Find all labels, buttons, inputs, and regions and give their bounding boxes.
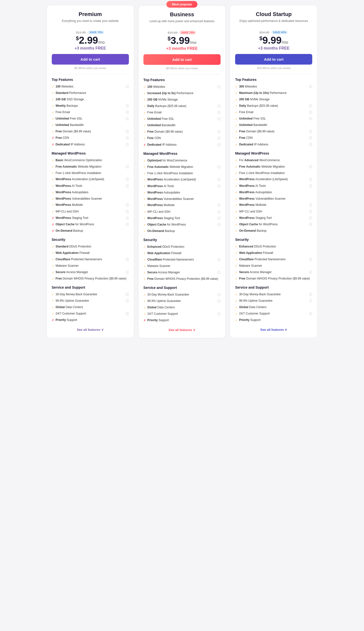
feature-item: ✓ Secure Access Manager ⓘ xyxy=(235,269,312,276)
original-price: $24.99 xyxy=(260,30,269,34)
info-icon[interactable]: ⓘ xyxy=(126,165,129,169)
info-icon[interactable]: ⓘ xyxy=(309,203,312,207)
info-icon[interactable]: ⓘ xyxy=(309,165,312,169)
info-icon[interactable]: ⓘ xyxy=(309,312,312,316)
check-icon: ✓ xyxy=(144,172,146,176)
info-icon[interactable]: ⓘ xyxy=(217,117,220,121)
plan-desc: Level-up with more power and enhanced fe… xyxy=(144,19,220,27)
feature-text: WP-CLI and SSH xyxy=(147,210,170,214)
feature-item: ✓ Free Automatic Website Migration ⓘ xyxy=(144,164,220,170)
info-icon[interactable]: ⓘ xyxy=(126,203,129,207)
info-icon[interactable]: ⓘ xyxy=(126,177,129,182)
feature-item: ✓ 30-Day Money-Back Guarantee ⓘ xyxy=(144,292,220,298)
info-icon[interactable]: ⓘ xyxy=(217,178,220,182)
info-icon[interactable]: ⓘ xyxy=(217,165,220,169)
info-icon[interactable]: ⓘ xyxy=(217,258,220,262)
check-icon: ✓ xyxy=(235,210,238,214)
info-icon[interactable]: ⓘ xyxy=(217,85,220,89)
feature-item: ✓ WordPress Autoupdates xyxy=(144,190,220,196)
check-icon: ✓ xyxy=(52,258,54,262)
info-icon[interactable]: ⓘ xyxy=(126,136,129,140)
check-icon: ✓ xyxy=(144,223,146,227)
see-all-link[interactable]: See all features ∨ xyxy=(260,328,287,332)
info-icon[interactable]: ⓘ xyxy=(126,184,129,188)
info-icon[interactable]: ⓘ xyxy=(126,292,129,297)
info-icon[interactable]: ⓘ xyxy=(126,142,129,147)
info-icon[interactable]: ⓘ xyxy=(217,216,220,220)
feature-text: 24/7 Customer Support xyxy=(239,312,270,316)
check-icon: ✓ xyxy=(235,251,238,255)
see-all-link[interactable]: See all features ∨ xyxy=(168,328,196,332)
info-icon[interactable]: ⓘ xyxy=(126,84,129,89)
feature-text: Standard Performance xyxy=(56,91,86,95)
info-icon[interactable]: ⓘ xyxy=(309,222,312,227)
feature-item: ✓ 100 GB SSD Storage xyxy=(52,96,129,103)
info-icon[interactable]: ⓘ xyxy=(126,222,129,227)
info-icon[interactable]: ⓘ xyxy=(217,130,220,134)
info-icon[interactable]: ⓘ xyxy=(309,84,312,89)
info-icon[interactable]: ⓘ xyxy=(217,299,220,304)
info-icon[interactable]: ⓘ xyxy=(126,104,129,108)
see-all-link[interactable]: See all features ∨ xyxy=(77,328,104,332)
feature-item: ✓ Free Domain WHOIS Privacy Protection (… xyxy=(235,276,312,282)
info-icon[interactable]: ⓘ xyxy=(217,210,220,214)
info-icon[interactable]: ⓘ xyxy=(309,136,312,140)
info-icon[interactable]: ⓘ xyxy=(126,299,129,303)
info-icon[interactable]: ⓘ xyxy=(217,110,220,115)
feature-text: Free 1-click WordPress Installation xyxy=(56,171,101,175)
info-icon[interactable]: ⓘ xyxy=(309,270,312,274)
info-icon[interactable]: ⓘ xyxy=(126,110,129,114)
info-icon[interactable]: ⓘ xyxy=(217,136,220,140)
info-icon[interactable]: ⓘ xyxy=(217,292,220,297)
info-icon[interactable]: ⓘ xyxy=(309,257,312,262)
add-to-cart-button[interactable]: Add to cart xyxy=(52,54,129,64)
feature-list: ✓ 300 Websites ⓘ ✓ Maximum (Up to 10x) P… xyxy=(235,84,312,148)
info-icon[interactable]: ⓘ xyxy=(309,104,312,108)
feature-text: WordPress Multisite xyxy=(239,203,266,207)
check-icon: ✓ xyxy=(144,136,146,140)
feature-item: ✓ Global Data Centers xyxy=(235,304,312,310)
feature-text: Free Domain WHOIS Privacy Protection ($9… xyxy=(56,276,126,281)
info-icon[interactable]: ⓘ xyxy=(126,270,129,274)
info-icon[interactable]: ⓘ xyxy=(217,184,220,188)
feature-item: ✓ Free Domain ($9.99 value) ⓘ xyxy=(52,128,129,135)
info-icon[interactable]: ⓘ xyxy=(126,130,129,134)
feature-item: ✓ Secure Access Manager ⓘ xyxy=(144,270,220,276)
info-icon[interactable]: ⓘ xyxy=(309,210,312,214)
feature-item: ✓ Web Application Firewall xyxy=(144,250,220,256)
info-icon[interactable]: ⓘ xyxy=(126,257,129,262)
info-icon[interactable]: ⓘ xyxy=(126,116,129,121)
info-icon[interactable]: ⓘ xyxy=(309,299,312,303)
info-icon[interactable]: ⓘ xyxy=(217,312,220,316)
plan-desc: Enjoy optimized performance & dedicated … xyxy=(235,19,312,27)
info-icon[interactable]: ⓘ xyxy=(126,216,129,220)
info-icon[interactable]: ⓘ xyxy=(217,104,220,108)
info-icon[interactable]: ⓘ xyxy=(217,203,220,208)
info-icon[interactable]: ⓘ xyxy=(217,222,220,227)
info-icon[interactable]: ⓘ xyxy=(309,130,312,134)
info-icon[interactable]: ⓘ xyxy=(309,216,312,220)
free-months: +3 months FREE xyxy=(52,46,129,50)
feature-item: ✓ WordPress Acceleration (LiteSpeed) ⓘ xyxy=(235,176,312,183)
feature-text: Maximum (Up to 10x) Performance xyxy=(239,91,286,95)
info-icon[interactable]: ⓘ xyxy=(309,116,312,121)
add-to-cart-button[interactable]: Add to cart xyxy=(144,54,220,65)
info-icon[interactable]: ⓘ xyxy=(309,177,312,182)
feature-item: ✓ Object Cache for WordPress ⓘ xyxy=(235,221,312,228)
info-icon[interactable]: ⓘ xyxy=(217,270,220,275)
plan-name: Cloud Startup xyxy=(235,11,312,18)
info-icon[interactable]: ⓘ xyxy=(309,110,312,114)
check-icon: ✓ xyxy=(52,117,54,121)
feature-item: ✗ Dedicated IP Address ⓘ xyxy=(52,142,129,148)
section-title: Top Features xyxy=(144,78,220,82)
info-icon[interactable]: ⓘ xyxy=(217,143,220,147)
check-icon: ✓ xyxy=(144,104,146,108)
info-icon[interactable]: ⓘ xyxy=(126,312,129,316)
info-icon[interactable]: ⓘ xyxy=(126,210,129,214)
check-icon: ✓ xyxy=(235,229,238,233)
add-to-cart-button[interactable]: Add to cart xyxy=(235,54,312,64)
info-icon[interactable]: ⓘ xyxy=(309,292,312,297)
check-icon: ✓ xyxy=(52,264,54,268)
info-icon[interactable]: ⓘ xyxy=(309,184,312,188)
info-icon[interactable]: ⓘ xyxy=(309,142,312,147)
